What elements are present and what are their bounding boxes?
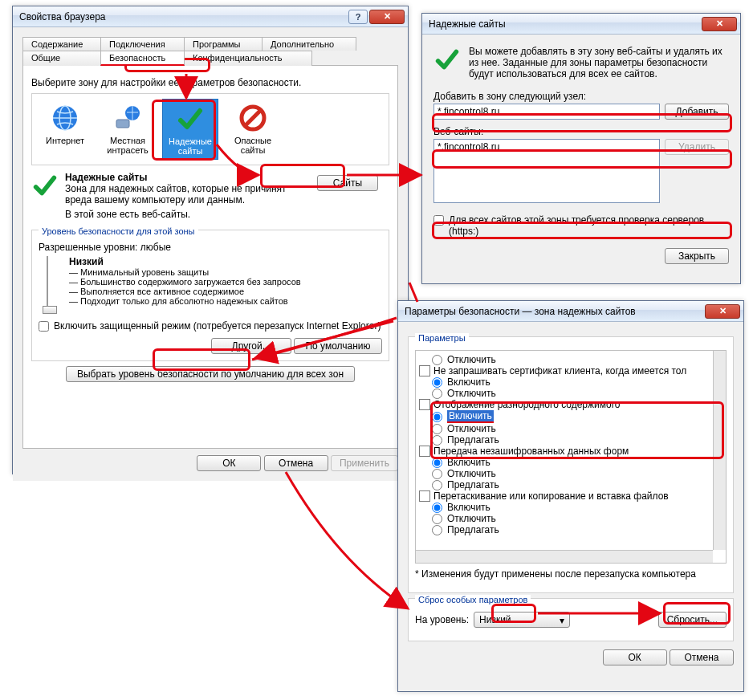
category-icon	[419, 490, 430, 502]
params-scroll[interactable]: Отключить Не запрашивать сертификат клие…	[415, 350, 727, 564]
trusted-sites-info: Вы можете добавлять в эту зону веб-сайты…	[469, 46, 729, 79]
radio-option[interactable]	[432, 525, 442, 535]
require-https-checkbox-input[interactable]	[433, 215, 444, 226]
close-button[interactable]: ✕	[705, 304, 740, 319]
category-icon	[419, 399, 430, 410]
option-label: Отключить	[447, 513, 496, 524]
level-dropdown[interactable]: Низкий ▾	[474, 612, 570, 628]
tab-page-security: Выберите зону для настройки ее параметро…	[22, 65, 398, 449]
radio-option[interactable]	[432, 412, 442, 422]
select-zone-label: Выберите зону для настройки ее параметро…	[31, 77, 389, 88]
browser-properties-dialog: Свойства браузера ? ✕ Содержание Подключ…	[12, 6, 409, 474]
window-title: Свойства браузера	[16, 11, 348, 22]
tab-general[interactable]: Общие	[22, 51, 101, 66]
option-label: Отключить	[447, 388, 496, 399]
category-label: Перетаскивание или копирование и вставка…	[433, 490, 669, 502]
restricted-icon	[237, 102, 269, 134]
option-label: Отключить	[447, 354, 496, 365]
level-bullet: Большинство содержимого загружается без …	[80, 277, 301, 287]
scrollbar-horizontal[interactable]	[416, 550, 713, 563]
titlebar: Свойства браузера ? ✕	[13, 6, 408, 27]
radio-option[interactable]	[432, 458, 442, 468]
radio-option[interactable]	[432, 424, 442, 434]
close-trusted-button[interactable]: Закрыть	[665, 248, 729, 264]
svg-line-6	[245, 110, 261, 126]
reset-button[interactable]: Сбросить...	[658, 612, 727, 628]
restart-note: * Изменения будут применены после переза…	[415, 568, 727, 580]
list-item[interactable]: *.fincontrol8.ru	[438, 141, 656, 153]
level-name: Низкий	[69, 256, 301, 267]
tab-security[interactable]: Безопасность	[100, 51, 185, 66]
tab-privacy[interactable]: Конфиденциальность	[184, 51, 312, 66]
websites-listbox[interactable]: *.fincontrol8.ru	[433, 139, 660, 203]
radio-option[interactable]	[432, 503, 442, 513]
option-label: Включить	[447, 410, 494, 423]
zone-intranet[interactable]: Местная интрасеть	[100, 99, 156, 160]
apply-button[interactable]: Применить	[331, 455, 398, 471]
zone-trusted[interactable]: Надежные сайты	[162, 99, 218, 160]
titlebar: Надежные сайты ✕	[422, 14, 740, 35]
radio-option[interactable]	[432, 480, 442, 490]
tab-connections[interactable]: Подключения	[100, 37, 185, 51]
reset-all-zones-button[interactable]: Выбрать уровень безопасности по умолчани…	[66, 366, 355, 382]
ok-button[interactable]: ОК	[197, 455, 261, 471]
category-icon	[419, 365, 430, 376]
protected-mode-checkbox[interactable]: Включить защищенный режим (потребуется п…	[39, 320, 382, 332]
cancel-button[interactable]: Отмена	[670, 649, 734, 665]
level-bullet: Подходит только для абсолютно надежных с…	[80, 296, 288, 306]
zone-internet[interactable]: Интернет	[37, 99, 93, 160]
intranet-icon	[112, 102, 144, 134]
zone-internet-label: Интернет	[39, 136, 92, 145]
require-https-checkbox[interactable]: Для всех сайтов этой зоны требуется пров…	[433, 214, 729, 237]
chevron-down-icon: ▾	[560, 615, 564, 626]
level-bullet: Выполняется все активное содержимое	[80, 287, 244, 296]
scrollbar-vertical[interactable]	[713, 351, 726, 550]
category-label: Передача незашифрованных данных форм	[433, 446, 629, 457]
level-bullet: Минимальный уровень защиты	[80, 267, 209, 277]
tab-advanced[interactable]: Дополнительно	[262, 37, 356, 51]
level-dropdown-value: Низкий	[479, 614, 511, 625]
option-label: Включить	[447, 376, 490, 388]
tab-content[interactable]: Содержание	[22, 37, 101, 51]
checkmark-icon	[31, 172, 59, 220]
tabs-row-upper: Содержание Подключения Программы Дополни…	[22, 37, 398, 51]
reset-group: Сброс особых параметров	[415, 595, 531, 604]
help-button[interactable]: ?	[348, 10, 368, 24]
option-label: Включить	[447, 457, 490, 468]
checkmark-icon	[433, 46, 461, 79]
protected-mode-checkbox-input[interactable]	[39, 321, 49, 332]
custom-level-button[interactable]: Другой...	[211, 338, 291, 354]
zone-trusted-desc1: Зона для надежных сайтов, которые не при…	[65, 183, 311, 206]
zone-trusted-label: Надежные сайты	[165, 136, 216, 156]
svg-line-9	[409, 283, 417, 302]
allowed-levels: Разрешенные уровни: любые	[39, 242, 382, 253]
category-label: Не запрашивать сертификат клиента, когда…	[433, 365, 686, 376]
tab-programs[interactable]: Программы	[184, 37, 263, 51]
protected-mode-label: Включить защищенный режим (потребуется п…	[54, 320, 381, 332]
level-slider[interactable]	[47, 256, 61, 312]
ok-button[interactable]: ОК	[603, 649, 667, 665]
close-button[interactable]: ✕	[702, 17, 737, 31]
zone-trusted-header: Надежные сайты	[65, 172, 311, 183]
category-icon	[419, 446, 430, 457]
category-label: Отображение разнородного содержимого	[433, 399, 621, 410]
add-site-button[interactable]: Добавить	[665, 104, 729, 120]
zone-restricted-label: Опасные сайты	[226, 136, 279, 155]
radio-option[interactable]	[432, 514, 442, 524]
default-level-button[interactable]: По умолчанию	[294, 338, 382, 354]
cancel-button[interactable]: Отмена	[264, 455, 328, 471]
radio-option[interactable]	[432, 389, 442, 399]
radio-option[interactable]	[432, 355, 442, 365]
zone-list-box: Интернет Местная интрасеть Надежные сайт…	[31, 93, 389, 165]
radio-option[interactable]	[432, 435, 442, 446]
params-group: Параметры	[415, 333, 469, 343]
remove-site-button[interactable]: Удалить	[665, 139, 729, 155]
close-button[interactable]: ✕	[369, 10, 405, 24]
sites-button[interactable]: Сайты	[317, 175, 378, 191]
zone-restricted[interactable]: Опасные сайты	[225, 99, 281, 160]
radio-option[interactable]	[432, 469, 442, 479]
radio-option[interactable]	[432, 377, 442, 388]
option-label: Отключить	[447, 423, 496, 434]
checkmark-icon	[174, 103, 206, 135]
add-site-input[interactable]	[433, 104, 660, 120]
